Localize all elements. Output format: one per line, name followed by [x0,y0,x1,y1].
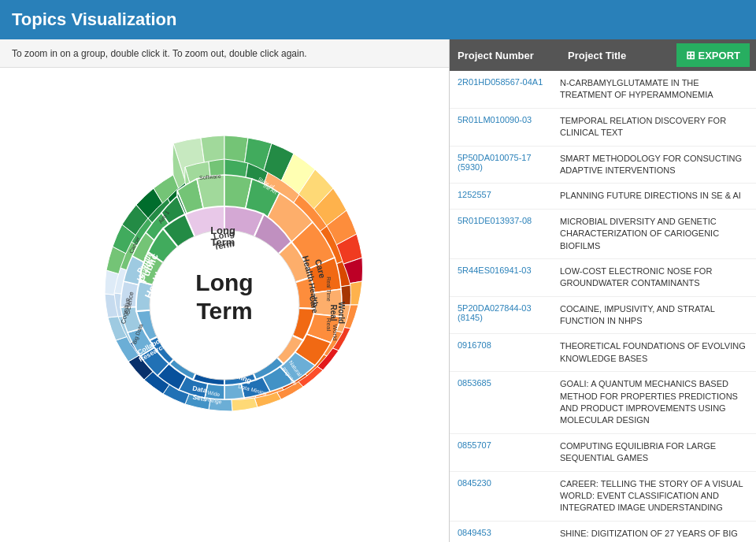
sunburst-chart[interactable]: Long Term Long Term Health Care Public H… [20,100,429,510]
project-title: GOALI: A QUANTUM MECHANICS BASED METHOD … [560,377,756,429]
table-row[interactable]: 0845230 CAREER: TELLING THE STORY OF A V… [450,472,756,522]
right-panel: Project Number Project Title ⊞ EXPORT 2R… [449,39,756,542]
project-number: 0853685 [450,377,560,429]
table-body: 2R01HD058567-04A1 N-CARBAMYLGLUTAMATE IN… [450,71,756,542]
table-row[interactable]: 0849453 SHINE: DIGITIZATION OF 27 YEARS … [450,522,756,542]
app-header: Topics Visualization [0,0,756,39]
project-number: 0855707 [450,439,560,466]
svg-text:Real: Real [329,304,338,321]
visualization-area[interactable]: Long Term Long Term Health Care Public H… [0,68,449,542]
svg-text:Term: Term [211,236,235,248]
table-row[interactable]: 0916708 THEORETICAL FOUNDATIONS OF EVOLV… [450,334,756,372]
col-project-num: Project Number [450,50,560,61]
table-row[interactable]: 5R01DE013937-08 MICROBIAL DIVERSITY AND … [450,210,756,259]
svg-text:World: World [337,302,346,324]
instruction-bar: To zoom in on a group, double click it. … [0,39,449,68]
project-title: LOW-COST ELECTRONIC NOSE FOR GROUNDWATER… [560,264,756,291]
table-row[interactable]: 5R44ES016941-03 LOW-COST ELECTRONIC NOSE… [450,259,756,297]
project-title: MICROBIAL DIVERSITY AND GENETIC CHARACTE… [560,214,756,254]
table-row[interactable]: 1252557 PLANNING FUTURE DIRECTIONS IN SE… [450,184,756,209]
export-icon: ⊞ [686,49,695,61]
project-number: 5P50DA010075-17 (5930) [450,151,560,179]
project-title: SMART METHODOLOGY FOR CONSUCTING ADAPTIV… [560,151,756,179]
svg-text:Real Time: Real Time [326,277,332,302]
svg-text:Long: Long [195,269,253,295]
svg-text:World: World [332,325,339,341]
table-row[interactable]: 0853685 GOALI: A QUANTUM MECHANICS BASED… [450,372,756,434]
project-title: N-CARBAMYLGLUTAMATE IN THE TREATMENT OF … [560,76,756,103]
project-number: 2R01HD058567-04A1 [450,76,560,103]
svg-text:Long: Long [210,225,235,236]
project-title: TEMPORAL RELATION DISCOVERY FOR CLINICAL… [560,113,756,141]
table-row[interactable]: 5P50DA010075-17 (5930) SMART METHODOLOGY… [450,147,756,184]
svg-text:Term: Term [196,298,252,324]
project-number: 0849453 [450,526,560,542]
col-project-title: Project Title [560,50,676,61]
export-button[interactable]: ⊞ EXPORT [676,43,750,67]
table-header: Project Number Project Title ⊞ EXPORT [450,39,756,71]
project-number: 1252557 [450,188,560,203]
project-title: COMPUTING EQUILIBRIA FOR LARGE SEQUENTIA… [560,439,756,466]
table-row[interactable]: 2R01HD058567-04A1 N-CARBAMYLGLUTAMATE IN… [450,71,756,109]
left-panel: To zoom in on a group, double click it. … [0,39,449,542]
project-title: THEORETICAL FOUNDATIONS OF EVOLVING KNOW… [560,339,756,366]
table-row[interactable]: 5R01LM010090-03 TEMPORAL RELATION DISCOV… [450,109,756,147]
project-number: 0916708 [450,339,560,366]
project-number: 5R01LM010090-03 [450,113,560,141]
project-title: PLANNING FUTURE DIRECTIONS IN SE & AI [560,188,756,203]
project-number: 5R44ES016941-03 [450,264,560,291]
export-label: EXPORT [699,50,740,61]
table-row[interactable]: 0855707 COMPUTING EQUILIBRIA FOR LARGE S… [450,434,756,472]
table-row[interactable]: 5P20DA027844-03 (8145) COCAINE, IMPUSIVI… [450,297,756,335]
project-title: COCAINE, IMPUSIVITY, AND STRATAL FUNCTIO… [560,302,756,329]
app-title: Topics Visualization [12,9,176,30]
project-number: 0845230 [450,477,560,516]
project-title: SHINE: DIGITIZATION OF 27 YEARS OF BIG B… [560,526,756,542]
project-title: CAREER: TELLING THE STORY OF A VISUAL WO… [560,477,756,516]
instruction-text: To zoom in on a group, double click it. … [12,48,307,59]
project-number: 5P20DA027844-03 (8145) [450,302,560,329]
project-number: 5R01DE013937-08 [450,214,560,254]
main-content: To zoom in on a group, double click it. … [0,39,756,542]
